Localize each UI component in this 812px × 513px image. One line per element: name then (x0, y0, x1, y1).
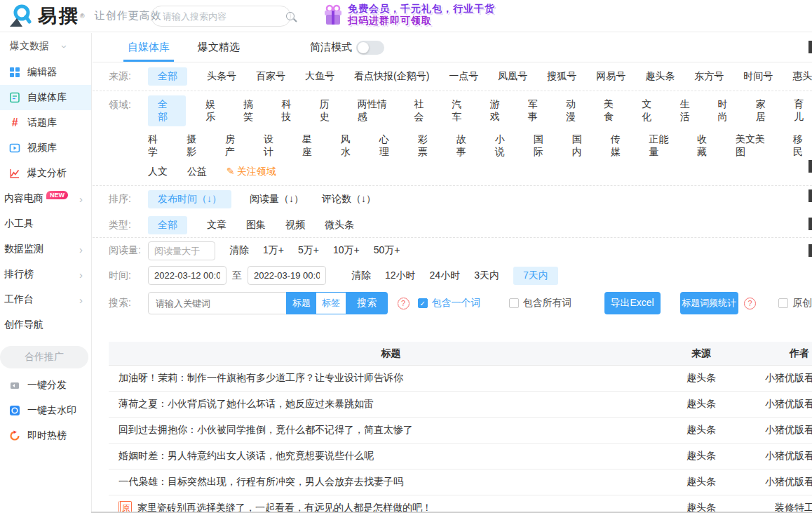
search-icon[interactable] (286, 12, 295, 20)
sidebar-item-video-library[interactable]: 视频库 (0, 135, 91, 161)
article-author[interactable]: 小猪优版看好剧 (729, 398, 812, 411)
time-clear-link[interactable]: 清除 (351, 269, 371, 282)
sidebar-item-rankings[interactable]: 排行榜 › (0, 262, 91, 287)
tab-media-library[interactable]: 自媒体库 (128, 33, 170, 62)
sidebar-item-one-click-distribute[interactable]: 一键分发 (0, 373, 91, 398)
field-option[interactable]: 科技 (282, 98, 300, 124)
source-option[interactable]: 时间号 (743, 70, 773, 83)
mode-title-button[interactable]: 标题 (287, 293, 316, 314)
source-option[interactable]: 大鱼号 (305, 70, 334, 83)
article-title[interactable]: 婚姻时差：男人特意约出女人谈话，他究竟想要说些什么呢 (119, 450, 374, 462)
source-option[interactable]: 看点快报(企鹅号) (354, 70, 429, 83)
time-option-12h[interactable]: 12小时 (385, 269, 416, 282)
field-option[interactable]: 彩票 (418, 133, 437, 159)
sidebar-section-burst-data[interactable]: 爆文数据 › (0, 33, 91, 60)
reads-option-100k[interactable]: 10万+ (333, 244, 360, 257)
field-option[interactable]: 时尚 (718, 98, 736, 124)
focus-field-link[interactable]: ✎关注领域 (226, 166, 276, 178)
field-option[interactable]: 人文 (148, 166, 168, 178)
title-word-frequency-button[interactable]: 标题词频统计 (680, 292, 738, 314)
article-author[interactable]: 小猪优版看好剧 (729, 476, 812, 488)
logo[interactable]: 易撰 ® (8, 4, 85, 29)
type-option-video[interactable]: 视频 (285, 219, 305, 232)
mode-tag-button[interactable]: 标签 (316, 293, 346, 314)
type-option-all[interactable]: 全部 (148, 216, 187, 234)
table-row[interactable]: 薄荷之夏：小伙背后说了她什么坏话，她反应过来暴跳如雷 趣头条 小猪优版看好剧 (109, 392, 812, 418)
source-option-all[interactable]: 全部 (148, 67, 187, 86)
field-option[interactable]: 军事 (528, 98, 546, 124)
include-all-checkbox[interactable] (509, 298, 519, 308)
article-title[interactable]: 薄荷之夏：小伙背后说了她什么坏话，她反应过来暴跳如雷 (119, 398, 374, 411)
type-option-article[interactable]: 文章 (207, 219, 226, 232)
keyword-input[interactable] (149, 298, 286, 309)
field-option[interactable]: 心理 (379, 133, 398, 159)
source-option[interactable]: 搜狐号 (547, 70, 576, 83)
time-option-7d[interactable]: 7天内 (513, 267, 558, 285)
sort-option-comments[interactable]: 评论数（↓） (322, 193, 376, 206)
sidebar-item-realtime-hot-list[interactable]: 即时热榜 (0, 423, 91, 448)
promo-banner[interactable]: 免费会员，千元礼包，行业干货 扫码进群即可领取 (323, 3, 495, 27)
help-icon[interactable]: ? (398, 298, 410, 309)
source-option[interactable]: 头条号 (207, 70, 236, 83)
field-option[interactable]: 风水 (341, 133, 360, 159)
field-option[interactable]: 搞笑 (243, 98, 262, 124)
field-option[interactable]: 公益 (187, 166, 207, 178)
reads-threshold-input[interactable] (148, 241, 215, 260)
field-option[interactable]: 国内 (572, 133, 591, 159)
time-option-3d[interactable]: 3天内 (474, 269, 499, 282)
time-from-input[interactable] (148, 266, 226, 285)
sidebar-item-topic-library[interactable]: # 话题库 (0, 110, 91, 135)
field-option[interactable]: 历史 (320, 98, 338, 124)
field-option[interactable]: 游戏 (490, 98, 508, 124)
field-option[interactable]: 移民 (793, 133, 812, 159)
table-row[interactable]: 加油呀！茉莉：制作一件旗袍有多少道工序？让专业设计师告诉你 趣头条 小猪优版看好… (109, 366, 812, 392)
original-checkbox[interactable] (778, 298, 788, 308)
sidebar-item-content-ecommerce[interactable]: 内容电商 NEW › (0, 186, 91, 211)
table-row[interactable]: 婚姻时差：男人特意约出女人谈话，他究竟想要说些什么呢 趣头条 小猪优版看好剧 (109, 444, 812, 469)
simple-mode-toggle[interactable] (356, 41, 384, 55)
field-option[interactable]: 汽车 (452, 98, 470, 124)
time-option-24h[interactable]: 24小时 (430, 269, 461, 282)
search-button[interactable]: 搜索 (346, 292, 388, 314)
table-row[interactable]: 回到过去拥抱你：小伙被同学推倒，竟什么都不记得了，简直太惨了 趣头条 小猪优版看… (109, 418, 812, 444)
sidebar-item-data-monitoring[interactable]: 数据监测 › (0, 236, 91, 262)
reads-option-10k[interactable]: 1万+ (263, 244, 284, 257)
article-title[interactable]: 加油呀！茉莉：制作一件旗袍有多少道工序？让专业设计师告诉你 (119, 372, 403, 385)
sort-option-reads[interactable]: 阅读量（↓） (250, 193, 304, 206)
source-option[interactable]: 东方号 (694, 70, 724, 83)
type-option-gallery[interactable]: 图集 (246, 219, 266, 232)
source-option[interactable]: 网易号 (596, 70, 625, 83)
header-search-input[interactable] (163, 11, 286, 22)
field-option[interactable]: 摄影 (187, 133, 205, 159)
field-option[interactable]: 星座 (302, 133, 321, 159)
field-option[interactable]: 设计 (264, 133, 283, 159)
source-option[interactable]: 凤凰号 (498, 70, 527, 83)
field-option[interactable]: 美文美图 (736, 133, 773, 159)
reads-option-500k[interactable]: 50万+ (374, 244, 400, 257)
field-option[interactable]: 动漫 (566, 98, 584, 124)
field-option[interactable]: 房产 (225, 133, 244, 159)
sidebar-item-media-library[interactable]: 自媒体库 (0, 85, 91, 110)
source-option[interactable]: 趣头条 (645, 70, 675, 83)
field-option[interactable]: 生活 (679, 98, 698, 124)
sidebar-item-burst-analysis[interactable]: 爆文分析 (0, 161, 91, 186)
article-title[interactable]: 一代枭雄：目标突然出现，行程有所冲突，男人会放弃去找妻子吗 (119, 476, 403, 488)
sidebar-item-workbench[interactable]: 工作台 › (0, 287, 91, 312)
article-author[interactable]: 小猪优版看好剧 (729, 424, 812, 437)
field-option[interactable]: 小说 (495, 133, 514, 159)
sidebar-item-tools[interactable]: 小工具 (0, 211, 91, 236)
sort-option-publish-time[interactable]: 发布时间（↓） (148, 190, 231, 208)
reads-option-50k[interactable]: 5万+ (298, 244, 319, 257)
time-to-input[interactable] (248, 266, 326, 285)
field-option[interactable]: 故事 (456, 133, 475, 159)
field-option-all[interactable]: 全部 (148, 95, 186, 126)
table-row[interactable]: 原 家里瓷砖别再选择美缝了，一起看看，有远见的人都是怎样做的吧！ 趣头条 装修特… (109, 495, 812, 513)
field-option[interactable]: 文化 (642, 98, 660, 124)
tab-burst-selection[interactable]: 爆文精选 (198, 33, 240, 62)
article-title[interactable]: 回到过去拥抱你：小伙被同学推倒，竟什么都不记得了，简直太惨了 (119, 424, 413, 437)
table-row[interactable]: 一代枭雄：目标突然出现，行程有所冲突，男人会放弃去找妻子吗 趣头条 小猪优版看好… (109, 469, 812, 495)
field-option[interactable]: 家居 (756, 98, 774, 124)
field-option[interactable]: 传媒 (611, 133, 630, 159)
field-option[interactable]: 正能量 (649, 133, 677, 159)
export-excel-button[interactable]: 导出Excel (604, 292, 661, 314)
